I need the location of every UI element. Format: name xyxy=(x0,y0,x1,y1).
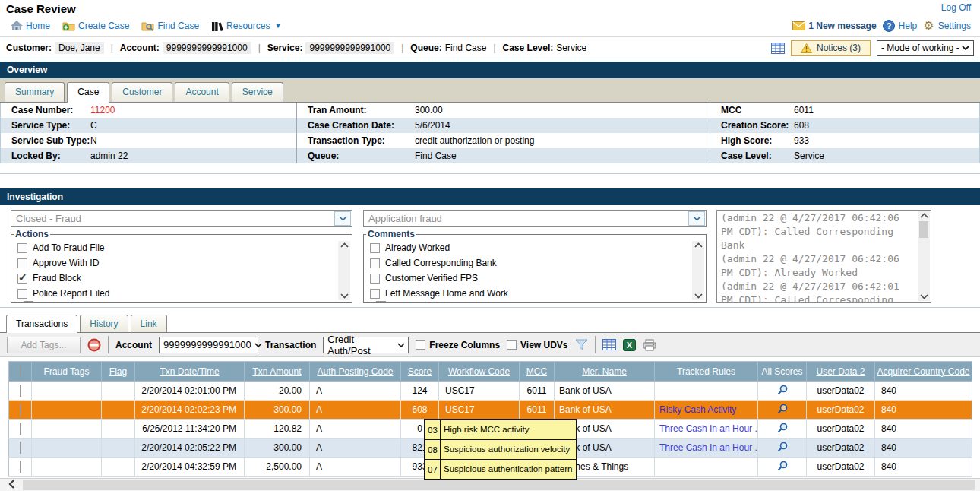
col-auth-posting-code[interactable]: Auth Posting Code xyxy=(310,362,401,382)
row-checkbox[interactable] xyxy=(20,461,21,473)
col-fraud-tags[interactable]: Fraud Tags xyxy=(32,362,102,382)
tracked-rule-link[interactable]: Risky Cash Activity xyxy=(659,404,736,415)
cell-score: 124 xyxy=(401,382,439,401)
col-tracked-rules[interactable]: Tracked Rules xyxy=(655,362,758,382)
action-add-to-fraud-file[interactable]: Add To Fraud File xyxy=(17,240,335,255)
checkbox[interactable] xyxy=(370,289,380,299)
log-scrollbar[interactable] xyxy=(918,211,930,301)
toolbar-icons: X xyxy=(602,339,656,351)
chevron-down-icon xyxy=(920,294,928,299)
tab-account[interactable]: Account xyxy=(175,82,229,102)
tab-service[interactable]: Service xyxy=(232,82,283,102)
mode-of-working-select[interactable]: - Mode of working - xyxy=(877,40,974,56)
comment-called-corresponding-bank[interactable]: Called Corresponding Bank xyxy=(370,255,689,271)
magnifier-icon[interactable] xyxy=(777,423,788,433)
print-icon[interactable] xyxy=(643,339,656,351)
help-link[interactable]: ? Help xyxy=(883,20,918,32)
tab-case[interactable]: Case xyxy=(67,82,109,103)
fraud-type-select[interactable]: Application fraud xyxy=(363,210,707,227)
tab-summary[interactable]: Summary xyxy=(5,82,65,102)
col-mer-name[interactable]: Mer. Name xyxy=(555,362,655,382)
add-tags-button[interactable]: Add Tags... xyxy=(7,337,81,353)
nav-resources[interactable]: Resources ▼ xyxy=(211,21,281,31)
tab-transactions[interactable]: Transactions xyxy=(6,315,77,333)
checkbox[interactable] xyxy=(370,258,380,268)
grid-icon[interactable] xyxy=(771,43,785,54)
field-service-type: Service Type:C xyxy=(1,118,296,133)
col-acquirer-country-code[interactable]: Acquirer Country Code xyxy=(875,362,972,382)
field-case-number: Case Number:11200 xyxy=(1,103,296,118)
stop-icon[interactable] xyxy=(87,338,101,352)
chevron-down-icon[interactable] xyxy=(688,211,705,226)
nav-create-case[interactable]: Create Case xyxy=(62,21,129,31)
status-select[interactable]: Closed - Fraud xyxy=(11,210,352,227)
magnifier-icon[interactable] xyxy=(777,442,788,452)
magnifier-icon[interactable] xyxy=(777,461,788,471)
tab-customer[interactable]: Customer xyxy=(112,82,172,102)
col-txn-date[interactable]: Txn Date/Time xyxy=(135,362,245,382)
comments-scrollbar[interactable] xyxy=(692,241,704,300)
scroll-left-button[interactable] xyxy=(0,480,23,491)
excel-export-icon[interactable]: X xyxy=(623,339,636,351)
select-all-header[interactable] xyxy=(9,362,32,382)
checkbox[interactable] xyxy=(17,289,27,299)
field-case-creation-date: Case Creation Date:5/6/2014 xyxy=(297,118,710,133)
col-txn-amount[interactable]: Txn Amount xyxy=(245,362,310,382)
scrollbar-thumb[interactable] xyxy=(23,480,975,490)
magnifier-icon[interactable] xyxy=(777,385,788,395)
freeze-columns-checkbox[interactable]: Freeze Columns xyxy=(416,340,500,350)
comment-left-message-home-and-work[interactable]: Left Message Home and Work xyxy=(370,286,689,301)
tracked-rule-link[interactable]: Three Cash In an Hour ... xyxy=(659,423,758,434)
comments-group: Comments Already Worked Called Correspon… xyxy=(363,229,707,303)
checkbox[interactable] xyxy=(507,340,517,350)
magnifier-icon[interactable] xyxy=(777,404,788,414)
checkbox[interactable] xyxy=(17,243,27,253)
settings-link[interactable]: ⚙ Settings xyxy=(923,20,971,32)
notices-button[interactable]: Notices (3) xyxy=(791,40,871,56)
col-mcc[interactable]: MCC xyxy=(520,362,555,382)
filter-icon[interactable] xyxy=(575,339,588,350)
tab-link[interactable]: Link xyxy=(131,315,167,332)
cell-user-data-2: userData02 xyxy=(807,401,875,420)
transactions-toolbar: Add Tags... Account 9999999999991000 Tra… xyxy=(0,333,980,357)
action-police-report-filed[interactable]: Police Report Filed xyxy=(17,286,335,301)
nav-home[interactable]: Home xyxy=(11,21,50,31)
checkbox[interactable] xyxy=(416,340,425,350)
checkbox[interactable] xyxy=(17,274,27,284)
scrollbar-thumb[interactable] xyxy=(919,221,928,238)
comment-already-worked[interactable]: Already Worked xyxy=(370,240,689,255)
actions-scrollbar[interactable] xyxy=(338,241,350,300)
checkbox[interactable] xyxy=(370,274,380,284)
log-off-link[interactable]: Log Off xyxy=(941,2,971,13)
new-message-link[interactable]: 1 New message xyxy=(792,21,876,31)
chevron-down-icon[interactable] xyxy=(334,211,351,226)
row-checkbox[interactable] xyxy=(20,442,21,454)
account-select[interactable]: 9999999999991000 xyxy=(159,337,258,353)
grid-view-icon[interactable] xyxy=(602,339,616,350)
investigation-log: (admin 22 @ 4/27/2017 06:42:06 PM CDT): … xyxy=(716,210,931,303)
actions-group: Actions Add To Fraud File Approve With I… xyxy=(11,229,352,303)
case-level-value: Service xyxy=(556,43,586,53)
row-checkbox[interactable] xyxy=(20,404,21,416)
tab-history[interactable]: History xyxy=(80,315,128,332)
row-checkbox[interactable] xyxy=(20,423,21,435)
row-checkbox[interactable] xyxy=(20,385,21,397)
col-all-scores[interactable]: All Scores xyxy=(758,362,807,382)
select-all-checkbox[interactable] xyxy=(20,366,21,378)
context-bar: Customer: Doe, Jane | Account: 999999999… xyxy=(0,37,980,59)
transaction-select[interactable]: Credit Auth/Post xyxy=(323,337,409,353)
work-tabs: Transactions History Link xyxy=(0,312,980,333)
col-flag[interactable]: Flag xyxy=(102,362,135,382)
action-fraud-block[interactable]: Fraud Block xyxy=(17,271,335,286)
tracked-rule-link[interactable]: Three Cash In an Hour ... xyxy=(659,442,758,453)
checkbox[interactable] xyxy=(17,258,27,268)
view-udvs-checkbox[interactable]: View UDVs xyxy=(507,340,567,350)
action-approve-with-id[interactable]: Approve With ID xyxy=(17,255,335,271)
comment-customer-verified-fps[interactable]: Customer Verified FPS xyxy=(370,271,689,286)
cell-txn-date: 2/20/2014 02:02:23 PM xyxy=(135,401,245,420)
col-workflow-code[interactable]: Workflow Code xyxy=(439,362,520,382)
col-user-data-2[interactable]: User Data 2 xyxy=(807,362,875,382)
nav-find-case[interactable]: Find Case xyxy=(141,21,199,31)
col-score[interactable]: Score xyxy=(401,362,439,382)
checkbox[interactable] xyxy=(370,243,380,253)
